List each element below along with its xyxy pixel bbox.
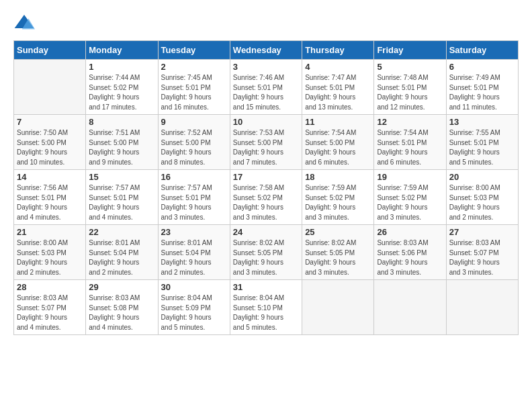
day-number: 9 xyxy=(161,117,227,127)
day-info: Sunrise: 8:03 AMSunset: 5:06 PMDaylight:… xyxy=(377,238,443,277)
calendar-cell: 26Sunrise: 8:03 AMSunset: 5:06 PMDayligh… xyxy=(374,225,446,280)
day-info: Sunrise: 7:46 AMSunset: 5:01 PMDaylight:… xyxy=(233,73,299,112)
calendar-cell xyxy=(14,60,86,115)
calendar-cell: 18Sunrise: 7:59 AMSunset: 5:02 PMDayligh… xyxy=(302,170,374,225)
day-info: Sunrise: 7:59 AMSunset: 5:02 PMDaylight:… xyxy=(305,183,371,222)
day-info: Sunrise: 7:53 AMSunset: 5:00 PMDaylight:… xyxy=(233,128,299,167)
calendar-cell: 23Sunrise: 8:01 AMSunset: 5:04 PMDayligh… xyxy=(158,225,230,280)
day-info: Sunrise: 7:57 AMSunset: 5:01 PMDaylight:… xyxy=(161,183,227,222)
day-info: Sunrise: 7:45 AMSunset: 5:01 PMDaylight:… xyxy=(161,73,227,112)
day-number: 29 xyxy=(89,282,154,292)
header xyxy=(13,12,519,34)
day-number: 16 xyxy=(161,172,227,182)
day-info: Sunrise: 7:54 AMSunset: 5:00 PMDaylight:… xyxy=(305,128,371,167)
day-info: Sunrise: 8:01 AMSunset: 5:04 PMDaylight:… xyxy=(161,238,227,277)
day-info: Sunrise: 7:47 AMSunset: 5:01 PMDaylight:… xyxy=(305,73,371,112)
calendar-header-sunday: Sunday xyxy=(14,41,86,60)
day-info: Sunrise: 7:57 AMSunset: 5:01 PMDaylight:… xyxy=(89,183,154,222)
day-number: 27 xyxy=(449,227,515,237)
calendar-cell: 28Sunrise: 8:03 AMSunset: 5:07 PMDayligh… xyxy=(14,280,86,335)
day-info: Sunrise: 7:52 AMSunset: 5:00 PMDaylight:… xyxy=(161,128,227,167)
day-info: Sunrise: 8:01 AMSunset: 5:04 PMDaylight:… xyxy=(89,238,154,277)
calendar-week-row: 28Sunrise: 8:03 AMSunset: 5:07 PMDayligh… xyxy=(14,280,519,335)
calendar-header-row: SundayMondayTuesdayWednesdayThursdayFrid… xyxy=(14,41,519,60)
day-number: 7 xyxy=(17,117,83,127)
day-number: 17 xyxy=(233,172,299,182)
calendar-cell: 20Sunrise: 8:00 AMSunset: 5:03 PMDayligh… xyxy=(446,170,518,225)
calendar-header-monday: Monday xyxy=(86,41,158,60)
calendar-cell: 29Sunrise: 8:03 AMSunset: 5:08 PMDayligh… xyxy=(86,280,158,335)
day-number: 21 xyxy=(17,227,83,237)
calendar-week-row: 1Sunrise: 7:44 AMSunset: 5:02 PMDaylight… xyxy=(14,60,519,115)
calendar-cell: 5Sunrise: 7:48 AMSunset: 5:01 PMDaylight… xyxy=(374,60,446,115)
calendar-cell: 10Sunrise: 7:53 AMSunset: 5:00 PMDayligh… xyxy=(230,115,302,170)
calendar-cell: 25Sunrise: 8:02 AMSunset: 5:05 PMDayligh… xyxy=(302,225,374,280)
calendar-cell: 22Sunrise: 8:01 AMSunset: 5:04 PMDayligh… xyxy=(86,225,158,280)
day-info: Sunrise: 8:03 AMSunset: 5:08 PMDaylight:… xyxy=(89,293,154,332)
day-number: 6 xyxy=(449,62,515,72)
calendar-cell: 12Sunrise: 7:54 AMSunset: 5:01 PMDayligh… xyxy=(374,115,446,170)
day-number: 25 xyxy=(305,227,371,237)
calendar-cell: 6Sunrise: 7:49 AMSunset: 5:01 PMDaylight… xyxy=(446,60,518,115)
day-info: Sunrise: 8:03 AMSunset: 5:07 PMDaylight:… xyxy=(449,238,515,277)
day-number: 28 xyxy=(17,282,83,292)
calendar-header-thursday: Thursday xyxy=(302,41,374,60)
day-number: 19 xyxy=(377,172,443,182)
calendar-cell: 4Sunrise: 7:47 AMSunset: 5:01 PMDaylight… xyxy=(302,60,374,115)
day-info: Sunrise: 7:49 AMSunset: 5:01 PMDaylight:… xyxy=(449,73,515,112)
calendar-cell: 3Sunrise: 7:46 AMSunset: 5:01 PMDaylight… xyxy=(230,60,302,115)
day-number: 11 xyxy=(305,117,371,127)
calendar-table: SundayMondayTuesdayWednesdayThursdayFrid… xyxy=(13,40,519,335)
calendar-cell: 8Sunrise: 7:51 AMSunset: 5:00 PMDaylight… xyxy=(86,115,158,170)
calendar-cell: 24Sunrise: 8:02 AMSunset: 5:05 PMDayligh… xyxy=(230,225,302,280)
calendar-cell: 27Sunrise: 8:03 AMSunset: 5:07 PMDayligh… xyxy=(446,225,518,280)
calendar-cell: 30Sunrise: 8:04 AMSunset: 5:09 PMDayligh… xyxy=(158,280,230,335)
calendar-cell xyxy=(374,280,446,335)
calendar-cell: 7Sunrise: 7:50 AMSunset: 5:00 PMDaylight… xyxy=(14,115,86,170)
day-info: Sunrise: 8:04 AMSunset: 5:09 PMDaylight:… xyxy=(161,293,227,332)
day-number: 10 xyxy=(233,117,299,127)
calendar-cell: 31Sunrise: 8:04 AMSunset: 5:10 PMDayligh… xyxy=(230,280,302,335)
day-number: 24 xyxy=(233,227,299,237)
calendar-cell: 16Sunrise: 7:57 AMSunset: 5:01 PMDayligh… xyxy=(158,170,230,225)
day-number: 14 xyxy=(17,172,83,182)
day-number: 1 xyxy=(89,62,154,72)
day-number: 5 xyxy=(377,62,443,72)
day-info: Sunrise: 7:58 AMSunset: 5:02 PMDaylight:… xyxy=(233,183,299,222)
page-container: SundayMondayTuesdayWednesdayThursdayFrid… xyxy=(0,0,532,342)
calendar-cell: 9Sunrise: 7:52 AMSunset: 5:00 PMDaylight… xyxy=(158,115,230,170)
day-info: Sunrise: 7:44 AMSunset: 5:02 PMDaylight:… xyxy=(89,73,154,112)
day-info: Sunrise: 8:04 AMSunset: 5:10 PMDaylight:… xyxy=(233,293,299,332)
day-info: Sunrise: 8:02 AMSunset: 5:05 PMDaylight:… xyxy=(233,238,299,277)
calendar-week-row: 7Sunrise: 7:50 AMSunset: 5:00 PMDaylight… xyxy=(14,115,519,170)
calendar-cell: 19Sunrise: 7:59 AMSunset: 5:02 PMDayligh… xyxy=(374,170,446,225)
day-info: Sunrise: 7:50 AMSunset: 5:00 PMDaylight:… xyxy=(17,128,83,167)
day-number: 4 xyxy=(305,62,371,72)
calendar-cell: 15Sunrise: 7:57 AMSunset: 5:01 PMDayligh… xyxy=(86,170,158,225)
day-number: 2 xyxy=(161,62,227,72)
day-number: 15 xyxy=(89,172,154,182)
calendar-cell: 21Sunrise: 8:00 AMSunset: 5:03 PMDayligh… xyxy=(14,225,86,280)
day-info: Sunrise: 7:55 AMSunset: 5:01 PMDaylight:… xyxy=(449,128,515,167)
day-info: Sunrise: 8:00 AMSunset: 5:03 PMDaylight:… xyxy=(17,238,83,277)
calendar-header-saturday: Saturday xyxy=(446,41,518,60)
day-number: 26 xyxy=(377,227,443,237)
logo-icon xyxy=(13,12,35,34)
day-number: 20 xyxy=(449,172,515,182)
calendar-header-friday: Friday xyxy=(374,41,446,60)
day-number: 23 xyxy=(161,227,227,237)
calendar-cell xyxy=(302,280,374,335)
calendar-week-row: 21Sunrise: 8:00 AMSunset: 5:03 PMDayligh… xyxy=(14,225,519,280)
day-info: Sunrise: 8:00 AMSunset: 5:03 PMDaylight:… xyxy=(449,183,515,222)
logo xyxy=(13,12,38,34)
day-number: 13 xyxy=(449,117,515,127)
calendar-cell: 11Sunrise: 7:54 AMSunset: 5:00 PMDayligh… xyxy=(302,115,374,170)
calendar-cell: 1Sunrise: 7:44 AMSunset: 5:02 PMDaylight… xyxy=(86,60,158,115)
calendar-cell: 17Sunrise: 7:58 AMSunset: 5:02 PMDayligh… xyxy=(230,170,302,225)
day-number: 3 xyxy=(233,62,299,72)
calendar-header-wednesday: Wednesday xyxy=(230,41,302,60)
calendar-cell xyxy=(446,280,518,335)
day-info: Sunrise: 7:59 AMSunset: 5:02 PMDaylight:… xyxy=(377,183,443,222)
day-info: Sunrise: 7:48 AMSunset: 5:01 PMDaylight:… xyxy=(377,73,443,112)
day-number: 31 xyxy=(233,282,299,292)
